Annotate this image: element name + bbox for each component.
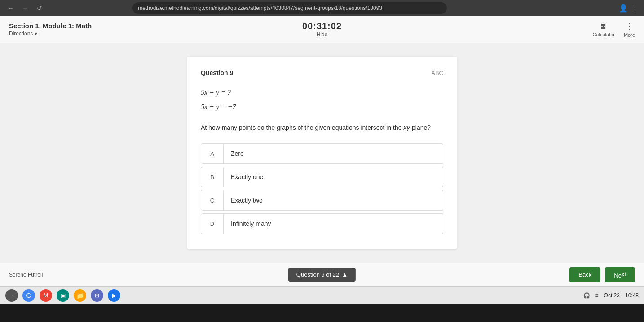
calculator-label: Calculator (592, 32, 615, 37)
url-bar[interactable]: methodize.methodlearning.com/digital/qui… (132, 2, 447, 14)
option-c-text: Exactly two (224, 190, 270, 210)
question-nav-label: Question 9 of 22 (296, 271, 339, 278)
taskbar: ○ G M ▣ 📁 ⊞ ▶ 🎧 ≡ Oct 23 10:48 (0, 286, 644, 304)
taskbar-home-button[interactable]: ○ (5, 289, 18, 302)
next-button[interactable]: Next (605, 267, 635, 282)
browser-forward-button[interactable]: → (20, 3, 31, 13)
more-icon: ⋮ (625, 22, 633, 31)
taskbar-meet-icon[interactable]: ▣ (57, 289, 69, 302)
header: Section 1, Module 1: Math Directions ▾ 0… (0, 16, 644, 43)
calculator-icon: 🖩 (600, 22, 608, 31)
menu-icon[interactable]: ⋮ (631, 4, 639, 13)
taskbar-chrome-icon[interactable]: G (22, 289, 35, 302)
taskbar-time: 10:48 (625, 292, 639, 299)
content-area: Question 9 ABC 5x + y = 7 5x + y = −7 At… (0, 43, 644, 263)
question-card: Question 9 ABC 5x + y = 7 5x + y = −7 At… (187, 57, 457, 249)
browser-back-button[interactable]: ← (5, 3, 16, 13)
next-label-truncated: xt (622, 271, 626, 278)
taskbar-gmail-icon[interactable]: M (40, 289, 52, 302)
option-d[interactable]: D Infinitely many (201, 213, 443, 234)
browser-chrome: ← → ↺ methodize.methodlearning.com/digit… (0, 0, 644, 16)
option-b[interactable]: B Exactly one (201, 167, 443, 187)
equation-2: 5x + y = −7 (201, 100, 443, 114)
header-left: Section 1, Module 1: Math Directions ▾ (9, 22, 92, 37)
question-header: Question 9 ABC (201, 69, 443, 76)
footer-center: Question 9 of 22 ▲ (288, 268, 356, 282)
header-right: 🖩 Calculator ⋮ More (592, 22, 635, 38)
more-button[interactable]: ⋮ More (624, 22, 635, 38)
directions-label: Directions ▾ (9, 31, 37, 37)
footer: Serene Futrell Question 9 of 22 ▲ Back N… (0, 263, 644, 286)
option-a-letter: A (201, 144, 224, 163)
hide-timer-link[interactable]: Hide (302, 31, 342, 38)
directions-button[interactable]: Directions ▾ (9, 31, 92, 37)
option-a-text: Zero (224, 144, 251, 163)
option-c-letter: C (201, 191, 224, 210)
question-nav-arrow: ▲ (342, 271, 348, 278)
option-b-letter: B (201, 168, 224, 187)
equation-1: 5x + y = 7 (201, 85, 443, 100)
section-title: Section 1, Module 1: Math (9, 22, 92, 30)
option-a[interactable]: A Zero (201, 143, 443, 164)
browser-right-icons: 👤 ⋮ (619, 4, 639, 13)
answer-options: A Zero B Exactly one C Exactly two D Inf… (201, 143, 443, 234)
header-center: 00:31:02 Hide (302, 21, 342, 38)
option-c[interactable]: C Exactly two (201, 190, 443, 211)
footer-right: Back Next (569, 267, 635, 282)
footer-username: Serene Futrell (9, 272, 43, 278)
question-number: Question 9 (201, 69, 233, 76)
timer-display: 00:31:02 (302, 21, 342, 31)
question-nav-button[interactable]: Question 9 of 22 ▲ (288, 268, 356, 282)
abc-label: ABC (431, 70, 443, 76)
back-button[interactable]: Back (569, 267, 600, 282)
taskbar-files-icon[interactable]: 📁 (74, 289, 86, 302)
browser-reload-button[interactable]: ↺ (34, 3, 45, 13)
taskbar-settings-icon[interactable]: ≡ (595, 292, 599, 299)
profile-icon[interactable]: 👤 (619, 4, 628, 13)
taskbar-audio-icon: 🎧 (583, 292, 590, 299)
taskbar-right: 🎧 ≡ Oct 23 10:48 (583, 292, 639, 299)
app-container: Section 1, Module 1: Math Directions ▾ 0… (0, 16, 644, 304)
next-label: Ne (614, 272, 622, 279)
option-b-text: Exactly one (224, 167, 270, 187)
equation-block: 5x + y = 7 5x + y = −7 (201, 85, 443, 114)
calculator-button[interactable]: 🖩 Calculator (592, 22, 615, 37)
option-d-text: Infinitely many (224, 214, 278, 234)
option-d-letter: D (201, 214, 224, 234)
taskbar-date: Oct 23 (604, 292, 620, 299)
taskbar-photos-icon[interactable]: ⊞ (91, 289, 103, 302)
taskbar-play-icon[interactable]: ▶ (108, 289, 120, 302)
question-text: At how many points do the graphs of the … (201, 123, 443, 132)
url-text: methodize.methodlearning.com/digital/qui… (138, 5, 382, 11)
more-label: More (624, 32, 635, 38)
